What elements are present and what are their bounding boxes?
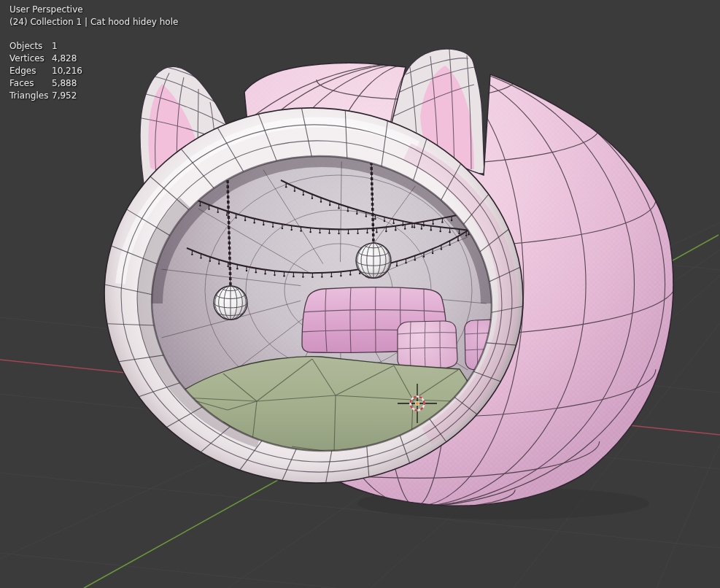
- pillow-left: [398, 321, 457, 368]
- blender-3d-viewport[interactable]: User Perspective (24) Collection 1 | Cat…: [0, 0, 720, 588]
- scene-canvas[interactable]: [0, 0, 720, 588]
- cursor-center-dot: [416, 402, 419, 405]
